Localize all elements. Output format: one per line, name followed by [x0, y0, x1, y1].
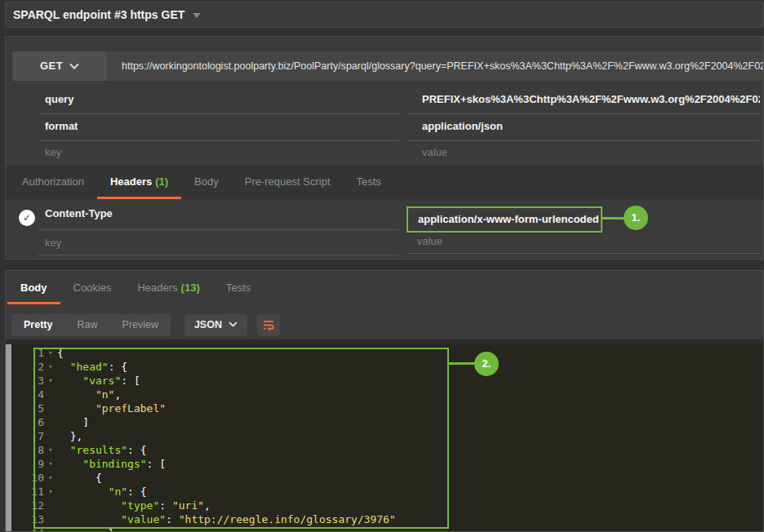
fold-spacer [44, 429, 57, 443]
code-text: { [57, 471, 102, 485]
code-line: 7 }, [11, 429, 763, 443]
code-line: 13 "value": "http://reegle.info/glossary… [11, 512, 763, 526]
code-line: 12 "type": "uri", [11, 499, 763, 512]
param-key-placeholder[interactable]: key [38, 141, 399, 166]
request-title-bar: SPARQL endpoint #3 https GET [5, 2, 764, 28]
response-tab-cookies[interactable]: Cookies [60, 274, 125, 304]
code-line: 5 "prefLabel" [11, 401, 763, 415]
wrap-text-button[interactable] [257, 314, 280, 336]
header-key-field[interactable]: Content-Type [38, 205, 399, 230]
code-text: "vars": [ [57, 374, 140, 388]
request-tabs: Authorization Headers(1) Body Pre-reques… [6, 166, 763, 199]
response-headers-count-badge: (13) [181, 282, 200, 294]
fold-arrow-icon[interactable]: ▾ [44, 346, 57, 360]
tab-pre-request-script[interactable]: Pre-request Script [232, 166, 344, 199]
code-lines: 1▾{2▾ "head": {3▾ "vars": [4 "n",5 "pref… [11, 346, 763, 531]
line-number: 5 [11, 401, 44, 415]
callout-1-connector [602, 217, 624, 219]
code-line: 1▾{ [11, 346, 763, 360]
callout-1-badge: 1. [624, 206, 648, 230]
fold-arrow-icon[interactable]: ▾ [44, 457, 57, 471]
response-tabs: Body Cookies Headers(13) Tests [6, 274, 763, 304]
code-text: { [57, 346, 64, 360]
line-number: 4 [11, 388, 44, 401]
code-line: 6 ] [11, 415, 763, 429]
fold-arrow-icon[interactable]: ▾ [44, 374, 57, 388]
line-number: 6 [11, 415, 44, 429]
header-value-field-highlighted[interactable]: application/x-www-form-urlencoded [406, 206, 602, 233]
method-dropdown[interactable]: GET [12, 51, 107, 81]
param-key-format[interactable]: format [38, 114, 399, 141]
fold-spacer [44, 526, 57, 531]
code-text: "n": { [57, 485, 147, 499]
fold-arrow-icon[interactable]: ▾ [44, 485, 57, 499]
line-number: 13 [11, 512, 44, 526]
fold-spacer [44, 388, 57, 401]
param-key-query[interactable]: query [38, 87, 399, 114]
language-dropdown[interactable]: JSON [184, 314, 247, 336]
code-text: }, [57, 429, 82, 443]
line-number: 7 [11, 429, 44, 443]
line-number: 14 [11, 526, 44, 531]
code-line: 10▾ { [11, 471, 763, 485]
code-line: 2▾ "head": { [11, 360, 763, 374]
chevron-down-icon [229, 321, 238, 327]
code-line: 3▾ "vars": [ [11, 374, 763, 388]
view-pretty-button[interactable]: Pretty [11, 314, 64, 336]
response-panel: Body Cookies Headers(13) Tests Pretty Ra… [5, 270, 764, 532]
code-line: 14 } [11, 526, 763, 531]
code-line: 11▾ "n": { [11, 485, 763, 499]
tab-tests[interactable]: Tests [344, 166, 394, 199]
param-value-placeholder[interactable]: value [407, 141, 760, 166]
tab-authorization[interactable]: Authorization [9, 166, 97, 199]
chevron-down-icon [69, 63, 79, 69]
code-text: "value": "http://reegle.info/glossary/39… [57, 512, 396, 526]
view-mode-group: Pretty Raw Preview [11, 314, 171, 336]
line-number: 9 [11, 457, 44, 471]
title-dropdown-caret-icon[interactable] [193, 13, 201, 18]
headers-count-badge: (1) [155, 175, 168, 188]
line-number: 2 [11, 360, 44, 374]
view-raw-button[interactable]: Raw [64, 314, 109, 336]
code-text: "bindings": [ [57, 457, 166, 471]
line-number: 12 [11, 499, 44, 512]
method-label: GET [40, 60, 63, 72]
fold-arrow-icon[interactable]: ▾ [44, 360, 57, 374]
param-value-query[interactable]: PREFIX+skos%3A%3Chttp%3A%2F%2Fwww.w3.org… [407, 87, 760, 114]
code-text: "n", [57, 388, 121, 401]
check-icon: ✓ [23, 212, 31, 224]
code-line: 4 "n", [11, 388, 763, 401]
callout-2-badge: 2. [474, 352, 499, 376]
code-line: 8▾ "results": { [11, 443, 763, 457]
tab-headers[interactable]: Headers(1) [97, 166, 181, 199]
request-panel: GET https://workingontologist.poolparty.… [5, 36, 764, 259]
callout-2-connector [449, 362, 474, 365]
line-number: 3 [11, 374, 44, 388]
response-tab-tests[interactable]: Tests [213, 274, 264, 304]
view-preview-button[interactable]: Preview [109, 314, 170, 336]
line-number: 8 [11, 443, 44, 457]
wrap-text-icon [262, 319, 275, 331]
response-body-viewer: 1▾{2▾ "head": {3▾ "vars": [4 "n",5 "pref… [6, 344, 763, 531]
fold-arrow-icon[interactable]: ▾ [44, 443, 57, 457]
response-tab-body[interactable]: Body [7, 274, 60, 304]
response-tab-headers[interactable]: Headers(13) [124, 274, 212, 304]
fold-arrow-icon[interactable]: ▾ [44, 471, 57, 485]
code-text: "type": "uri", [57, 499, 211, 512]
code-text: "prefLabel" [57, 401, 166, 415]
code-text: ] [57, 415, 89, 429]
left-scrollbar[interactable] [6, 344, 11, 531]
tab-body[interactable]: Body [181, 166, 232, 199]
code-text: "results": { [57, 443, 147, 457]
header-value-placeholder[interactable]: value [407, 231, 760, 254]
line-number: 1 [11, 346, 44, 360]
code-text: } [57, 526, 114, 531]
header-key-placeholder[interactable]: key [38, 233, 399, 255]
param-value-format[interactable]: application/json [407, 114, 760, 141]
url-input[interactable]: https://workingontologist.poolparty.biz/… [107, 51, 763, 81]
fold-spacer [44, 499, 57, 512]
line-number: 11 [11, 485, 44, 499]
fold-spacer [44, 401, 57, 415]
request-title: SPARQL endpoint #3 https GET [6, 2, 184, 27]
header-enabled-checkbox[interactable]: ✓ [19, 210, 35, 226]
